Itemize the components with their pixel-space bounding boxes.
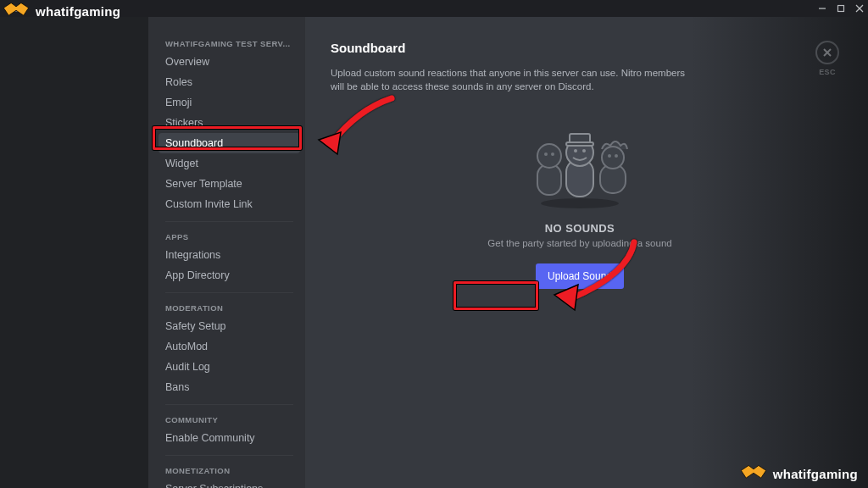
- sidebar-item-roles[interactable]: Roles: [159, 72, 300, 92]
- sidebar-item-label: Enable Community: [165, 432, 255, 444]
- sidebar-item-label: Roles: [165, 76, 192, 88]
- upload-sound-button[interactable]: Upload Sound: [536, 263, 624, 289]
- sidebar-item-overview[interactable]: Overview: [159, 52, 300, 72]
- sidebar-item-label: Emoji: [165, 97, 192, 108]
- svg-point-10: [551, 152, 554, 156]
- sidebar-item-label: AutoMod: [165, 341, 208, 352]
- sidebar-item-label: App Directory: [165, 269, 230, 281]
- titlebar-app-label: Dis: [7, 4, 19, 14]
- sidebar-item-label: Server Subscriptions: [165, 483, 263, 488]
- sidebar-item-emoji[interactable]: Emoji: [159, 92, 300, 113]
- sidebar-item-soundboard[interactable]: Soundboard: [159, 133, 300, 153]
- empty-subtitle: Get the party started by uploading a sou…: [487, 238, 671, 248]
- close-icon: [815, 41, 839, 64]
- page-subtitle: Upload custom sound reactions that anyon…: [331, 67, 695, 93]
- sidebar-item-safety-setup[interactable]: Safety Setup: [159, 316, 300, 336]
- svg-point-6: [541, 198, 619, 208]
- sidebar-item-enable-community[interactable]: Enable Community: [159, 428, 300, 448]
- sidebar-item-label: Soundboard: [165, 137, 223, 149]
- sidebar-cat-moderation: MODERATION: [159, 300, 300, 316]
- settings-content: Soundboard Upload custom sound reactions…: [305, 17, 868, 488]
- sidebar-item-server-template[interactable]: Server Template: [159, 174, 300, 194]
- sidebar-cat-apps: APPS: [159, 229, 300, 245]
- svg-point-8: [537, 144, 561, 168]
- svg-rect-14: [566, 142, 593, 146]
- sidebar-item-stickers[interactable]: Stickers: [159, 113, 300, 133]
- sidebar-item-integrations[interactable]: Integrations: [159, 245, 300, 265]
- sidebar-item-server-subscriptions[interactable]: Server Subscriptions: [159, 479, 300, 488]
- svg-point-19: [608, 154, 611, 158]
- esc-label: ESC: [819, 68, 835, 76]
- sidebar-item-widget[interactable]: Widget: [159, 153, 300, 174]
- window-controls: [817, 3, 865, 14]
- svg-point-20: [615, 154, 618, 158]
- svg-rect-7: [537, 164, 561, 195]
- sidebar-item-label: Overview: [165, 56, 209, 68]
- sidebar-item-label: Stickers: [165, 117, 203, 129]
- svg-rect-1: [838, 6, 844, 12]
- svg-point-16: [582, 149, 586, 152]
- sidebar-item-app-directory[interactable]: App Directory: [159, 265, 300, 286]
- svg-point-15: [574, 149, 577, 152]
- settings-sidebar: WHATIFGAMING TEST SERV... Overview Roles…: [148, 17, 305, 488]
- empty-state: NO SOUNDS Get the party started by uploa…: [331, 119, 829, 289]
- sidebar-item-automod[interactable]: AutoMod: [159, 336, 300, 357]
- sidebar-item-label: Bans: [165, 381, 190, 393]
- page-title: Soundboard: [331, 41, 829, 55]
- sidebar-item-bans[interactable]: Bans: [159, 377, 300, 397]
- sidebar-cat-community: COMMUNITY: [159, 412, 300, 428]
- sidebar-item-label: Widget: [165, 158, 198, 169]
- sidebar-item-label: Safety Setup: [165, 320, 226, 332]
- close-settings-button[interactable]: ESC: [815, 41, 839, 76]
- svg-point-18: [602, 147, 624, 169]
- titlebar: Dis: [0, 0, 868, 17]
- soundboard-illustration: [520, 119, 639, 212]
- sidebar-item-label: Server Template: [165, 178, 242, 190]
- sidebar-item-custom-invite-link[interactable]: Custom Invite Link: [159, 194, 300, 214]
- sidebar-server-header: WHATIFGAMING TEST SERV...: [159, 36, 300, 52]
- window-close-button[interactable]: [854, 3, 865, 14]
- sidebar-cat-monetization: MONETIZATION: [159, 463, 300, 479]
- sidebar-item-label: Integrations: [165, 249, 220, 261]
- sidebar-item-label: Custom Invite Link: [165, 198, 253, 210]
- window-minimize-button[interactable]: [817, 3, 827, 14]
- sidebar-item-audit-log[interactable]: Audit Log: [159, 357, 300, 377]
- svg-point-9: [544, 152, 548, 156]
- sidebar-item-label: Audit Log: [165, 361, 210, 373]
- empty-title: NO SOUNDS: [545, 222, 615, 235]
- window-maximize-button[interactable]: [836, 3, 846, 14]
- channel-rail: [0, 17, 148, 488]
